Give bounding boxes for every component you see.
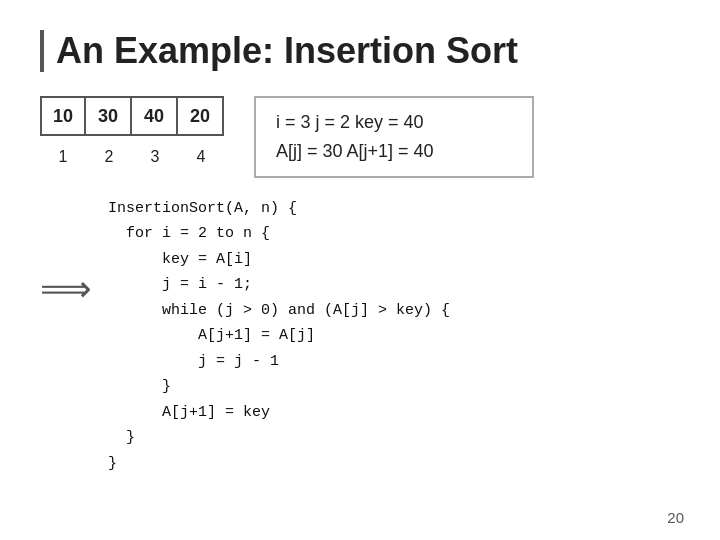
array-table: 10 30 40 20 xyxy=(40,96,224,136)
code-block: InsertionSort(A, n) { for i = 2 to n { k… xyxy=(108,196,450,477)
code-line-0: InsertionSort(A, n) { xyxy=(108,200,297,217)
code-line-9: } xyxy=(108,429,135,446)
code-line-8: A[j+1] = key xyxy=(108,404,270,421)
arrow-icon: ⟹ xyxy=(40,268,92,310)
code-section: ⟹ InsertionSort(A, n) { for i = 2 to n {… xyxy=(40,196,680,477)
array-cell-3: 20 xyxy=(178,96,224,136)
code-line-10: } xyxy=(108,455,117,472)
info-line2: A[j] = 30 A[j+1] = 40 xyxy=(276,137,512,166)
code-line-3: j = i - 1; xyxy=(108,276,252,293)
code-line-7: } xyxy=(108,378,171,395)
array-cell-2: 40 xyxy=(132,96,178,136)
array-index-2: 3 xyxy=(132,148,178,166)
array-indices: 1 2 3 4 xyxy=(40,148,224,166)
code-line-4: while (j > 0) and (A[j] > key) { xyxy=(108,302,450,319)
content-area: 10 30 40 20 1 2 3 4 i = 3 j = 2 key = 40… xyxy=(40,96,680,178)
code-line-6: j = j - 1 xyxy=(108,353,279,370)
array-index-3: 4 xyxy=(178,148,224,166)
page-number: 20 xyxy=(667,509,684,526)
info-line1: i = 3 j = 2 key = 40 xyxy=(276,108,512,137)
array-index-0: 1 xyxy=(40,148,86,166)
slide: An Example: Insertion Sort 10 30 40 20 1… xyxy=(0,0,720,540)
code-line-1: for i = 2 to n { xyxy=(108,225,270,242)
array-cell-0: 10 xyxy=(40,96,86,136)
info-box: i = 3 j = 2 key = 40 A[j] = 30 A[j+1] = … xyxy=(254,96,534,178)
page-title: An Example: Insertion Sort xyxy=(40,30,680,72)
left-section: 10 30 40 20 1 2 3 4 xyxy=(40,96,224,166)
array-cell-1: 30 xyxy=(86,96,132,136)
code-line-2: key = A[i] xyxy=(108,251,252,268)
array-index-1: 2 xyxy=(86,148,132,166)
code-line-5: A[j+1] = A[j] xyxy=(108,327,315,344)
